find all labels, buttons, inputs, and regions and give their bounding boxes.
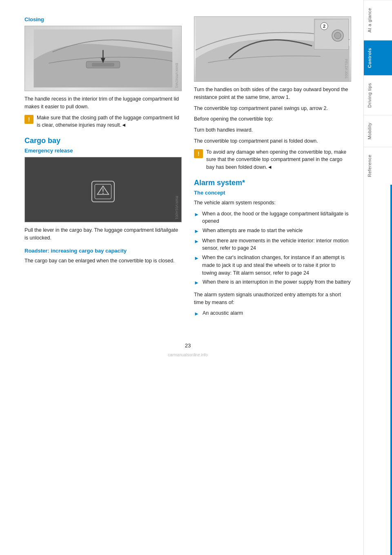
emergency-release-title: Emergency release — [24, 148, 182, 154]
convertible-text3: Before opening the convertible top: — [194, 115, 351, 123]
alarm-intro: The vehicle alarm system responds: — [194, 199, 351, 207]
img2-watermark: RWKV01A001 — [175, 196, 179, 219]
warning-icon-1: ! — [24, 115, 33, 124]
bullet-arrow-1: ► — [194, 210, 199, 219]
alarm-bullets-list: ► When a door, the hood or the luggage c… — [194, 210, 351, 287]
inset-image: 2 — [314, 19, 349, 49]
svg-point-10 — [102, 192, 104, 194]
alarm-section: Alarm system* The concept The vehicle al… — [194, 179, 351, 318]
warning-icon-2: ! — [194, 149, 203, 158]
closing-warning: ! Make sure that the closing path of the… — [24, 114, 182, 130]
page-indicator — [390, 185, 392, 555]
right-sidebar: At a glance Controls Driving tips Mobili… — [363, 0, 392, 555]
alarm-bullet-1: ► When a door, the hood or the luggage c… — [194, 210, 351, 226]
closing-image: BMIKVRNOW1 — [24, 26, 182, 91]
convertible-text5: The convertible top compartment panel is… — [194, 137, 351, 145]
alarm-bullet-2: ► When attempts are made to start the ve… — [194, 227, 351, 235]
alarm-signal-1: ► An acoustic alarm — [194, 309, 351, 318]
bullet-arrow-3: ► — [194, 237, 199, 246]
cargo-bay-title: Cargo bay — [24, 137, 182, 145]
sidebar-tab-reference[interactable]: Reference — [364, 147, 392, 184]
emergency-body1: Pull the lever in the cargo bay. The lug… — [24, 226, 182, 242]
roadster-title: Roadster: increasing cargo bay capacity — [24, 248, 182, 254]
convertible-text1: Turn the handles on both sides of the ca… — [194, 86, 351, 101]
bullet-arrow-4: ► — [194, 254, 199, 262]
emergency-image: RWKV01A001 — [24, 157, 182, 222]
cargo-bay-section: Cargo bay Emergency release — [24, 137, 182, 264]
closing-warning-text: Make sure that the closing path of the l… — [37, 114, 182, 130]
img1-watermark: BMIKVRNOW1 — [175, 63, 179, 88]
roadster-body1: The cargo bay can be enlarged when the c… — [24, 257, 182, 265]
page-number: 23 — [185, 342, 191, 349]
svg-rect-2 — [92, 63, 114, 67]
bullet-arrow-5: ► — [194, 279, 199, 287]
alarm-signals-intro: The alarm system signals unauthorized en… — [194, 291, 351, 307]
footer-logo: carmanualsonline.info — [24, 353, 351, 357]
sidebar-tab-mobility[interactable]: Mobility — [364, 115, 392, 147]
alarm-title: Alarm system* — [194, 179, 351, 187]
convertible-text4: Turn both handles inward. — [194, 126, 351, 134]
alarm-signals-list: ► An acoustic alarm — [194, 309, 351, 318]
svg-text:2: 2 — [323, 24, 325, 29]
closing-title: Closing — [24, 16, 182, 22]
closing-section: Closing — [24, 16, 182, 129]
alarm-bullet-5: ► When there is an interruption in the p… — [194, 278, 351, 287]
convertible-warning: ! To avoid any damage when opening the c… — [194, 148, 351, 171]
alarm-bullet-4: ► When the car's inclination changes, fo… — [194, 254, 351, 277]
convertible-image: 1 2 PELDFJ001 — [194, 16, 351, 82]
sidebar-tab-at-a-glance[interactable]: At a glance — [364, 0, 392, 40]
sidebar-tab-driving-tips[interactable]: Driving tips — [364, 75, 392, 115]
signal-arrow-1: ► — [194, 310, 199, 318]
alarm-bullet-3: ► When there are movements in the vehicl… — [194, 237, 351, 253]
bottom-bar: 23 — [24, 334, 351, 349]
svg-point-16 — [334, 32, 341, 39]
convertible-warning-text: To avoid any damage when opening the con… — [206, 148, 351, 171]
sidebar-tab-controls[interactable]: Controls — [364, 40, 392, 75]
img3-watermark: PELDFJ001 — [344, 59, 348, 79]
convertible-text2: The convertible top compartment panel sw… — [194, 105, 351, 112]
bullet-arrow-2: ► — [194, 227, 199, 235]
alarm-concept-title: The concept — [194, 190, 351, 196]
closing-body1: The handle recess in the interior trim o… — [24, 95, 182, 111]
